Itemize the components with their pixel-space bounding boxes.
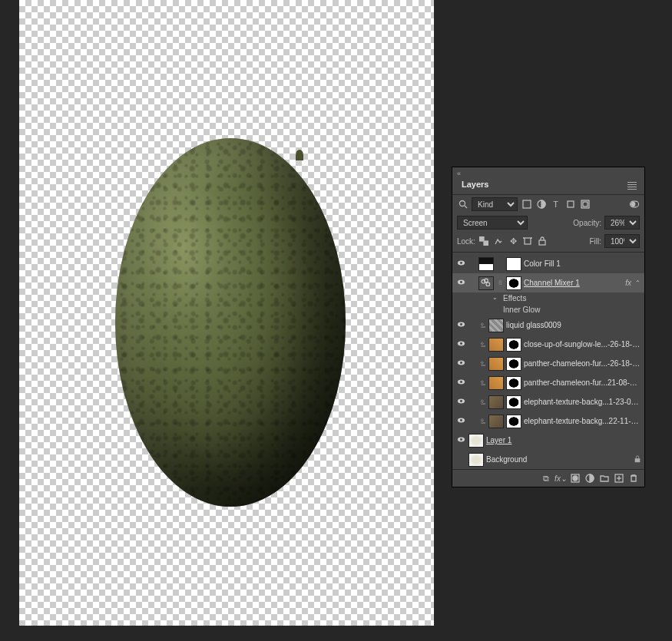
blend-mode-select[interactable]: Screen (457, 216, 528, 230)
svg-point-33 (460, 419, 462, 421)
layer-name[interactable]: panther-chameleon-fur...21-08-26-18-04-1… (524, 378, 641, 387)
visibility-icon[interactable] (457, 278, 465, 288)
layer-thumbnail[interactable] (478, 276, 494, 290)
layer-name[interactable]: elephant-texture-backg...22-11-23-00-17-… (524, 417, 641, 425)
layer-thumbnail[interactable] (488, 319, 504, 332)
layer-row[interactable]: Color Fill 1 (452, 254, 644, 273)
layer-row[interactable]: 𝟠 Channel Mixer 1 fx ⌃ (452, 273, 644, 292)
clip-indicator-icon: ⏎ (478, 341, 486, 349)
layer-name[interactable]: close-up-of-sunglow-le...-26-18-01-17-ut… (524, 340, 641, 349)
chevron-down-icon[interactable]: ⌄ (492, 294, 500, 301)
layer-mask-thumbnail[interactable] (506, 395, 521, 409)
layer-name[interactable]: Channel Mixer 1 (524, 279, 623, 287)
clip-indicator-icon: ⏎ (478, 379, 486, 387)
layer-mask-thumbnail[interactable] (506, 415, 521, 428)
layer-thumbnail[interactable] (488, 376, 504, 390)
filter-smart-icon[interactable] (579, 199, 591, 210)
panel-collapse-icon[interactable]: « (457, 170, 461, 177)
fill-label: Fill: (589, 237, 601, 246)
filter-toggle-icon[interactable] (628, 199, 640, 210)
svg-line-1 (465, 206, 467, 208)
delete-layer-icon[interactable] (627, 473, 640, 484)
visibility-icon[interactable] (457, 358, 465, 368)
lock-icon (634, 455, 641, 464)
filter-shape-icon[interactable] (564, 199, 576, 210)
svg-rect-10 (484, 241, 488, 246)
layer-name[interactable]: panther-chameleon-fur...-26-18-04-16-utc… (524, 359, 641, 368)
visibility-icon[interactable] (457, 397, 465, 407)
lock-label: Lock: (457, 237, 475, 246)
effects-heading[interactable]: ⌄ Effects (452, 292, 644, 304)
layer-row[interactable]: ⏎ panther-chameleon-fur...21-08-26-18-04… (452, 373, 644, 392)
layer-row[interactable]: ⏎ liquid glass0009 (452, 316, 644, 335)
filter-type-icon[interactable]: T (550, 199, 561, 210)
layers-tab[interactable]: Layers (457, 177, 493, 194)
filter-pixel-icon[interactable] (521, 199, 532, 210)
layer-thumbnail[interactable] (478, 257, 494, 271)
layer-row[interactable]: ⏎ elephant-texture-backg...22-11-23-00-1… (452, 411, 644, 431)
visibility-icon[interactable] (457, 259, 465, 269)
lock-transparency-icon[interactable] (478, 236, 490, 246)
svg-point-8 (631, 202, 634, 206)
layer-thumbnail[interactable] (468, 434, 484, 448)
lock-image-icon[interactable] (493, 236, 505, 246)
link-layers-icon[interactable]: ⧉ (540, 473, 552, 484)
lock-position-icon[interactable]: ✥ (508, 236, 519, 246)
filter-kind-select[interactable]: Kind (472, 197, 518, 211)
effect-name: Inner Glow (503, 306, 540, 314)
fill-select[interactable]: 100% (604, 234, 640, 248)
layer-name[interactable]: liquid glass0009 (506, 321, 641, 329)
layer-mask-thumbnail[interactable] (506, 338, 521, 352)
add-mask-icon[interactable] (569, 473, 581, 484)
fx-icon[interactable]: fx⌄ (554, 473, 567, 484)
group-icon[interactable] (598, 473, 611, 484)
visibility-icon[interactable] (457, 378, 465, 388)
svg-rect-2 (523, 200, 531, 208)
layer-row[interactable]: Background (452, 450, 644, 469)
canvas-area[interactable] (19, 0, 434, 626)
fx-expand-icon[interactable]: ⌃ (634, 279, 641, 286)
svg-point-25 (460, 342, 462, 345)
svg-rect-9 (479, 236, 484, 241)
clip-indicator-icon: ⏎ (478, 398, 486, 406)
layer-thumbnail[interactable] (468, 453, 484, 467)
new-layer-icon[interactable] (613, 473, 625, 484)
layer-name[interactable]: Background (486, 455, 631, 464)
effect-item[interactable]: Inner Glow (452, 304, 644, 316)
layer-thumbnail[interactable] (488, 415, 504, 428)
opacity-select[interactable]: 26% (604, 216, 640, 230)
layer-thumbnail[interactable] (488, 338, 504, 352)
layer-mask-thumbnail[interactable] (506, 376, 521, 390)
visibility-icon[interactable] (457, 416, 465, 426)
artwork-egg (115, 138, 346, 507)
layer-row[interactable]: ⏎ elephant-texture-backg...1-23-00-17-33… (452, 392, 644, 411)
filter-adjustment-icon[interactable] (535, 199, 547, 210)
fx-badge[interactable]: fx (625, 279, 631, 287)
link-icon: 𝟠 (496, 279, 504, 286)
visibility-icon[interactable] (457, 320, 465, 330)
layer-mask-thumbnail[interactable] (506, 257, 521, 271)
blend-row: Screen Opacity: 26% (452, 213, 644, 232)
lock-artboard-icon[interactable] (522, 236, 534, 246)
layer-row[interactable]: ⏎ close-up-of-sunglow-le...-26-18-01-17-… (452, 335, 644, 354)
layer-name[interactable]: Color Fill 1 (524, 259, 641, 268)
svg-point-18 (460, 281, 462, 283)
lock-all-icon[interactable] (537, 236, 548, 246)
svg-point-29 (460, 381, 462, 383)
layer-name[interactable]: Layer 1 (486, 436, 641, 444)
layer-row[interactable]: ⏎ panther-chameleon-fur...-26-18-04-16-u… (452, 354, 644, 373)
layer-mask-thumbnail[interactable] (506, 357, 521, 371)
panel-menu-icon[interactable] (624, 177, 640, 194)
clip-indicator-icon: ⏎ (478, 418, 486, 425)
layer-mask-thumbnail[interactable] (506, 276, 521, 290)
opacity-label: Opacity: (573, 219, 601, 227)
effects-label: Effects (503, 294, 526, 302)
layer-thumbnail[interactable] (488, 395, 504, 409)
adjustment-layer-icon[interactable] (584, 473, 596, 484)
layer-row[interactable]: Layer 1 (452, 431, 644, 450)
layer-name[interactable]: elephant-texture-backg...1-23-00-17-33-u… (524, 398, 641, 406)
panel-footer: ⧉ fx⌄ (452, 469, 644, 487)
layer-thumbnail[interactable] (488, 357, 504, 371)
visibility-icon[interactable] (457, 339, 465, 349)
visibility-icon[interactable] (457, 435, 465, 445)
